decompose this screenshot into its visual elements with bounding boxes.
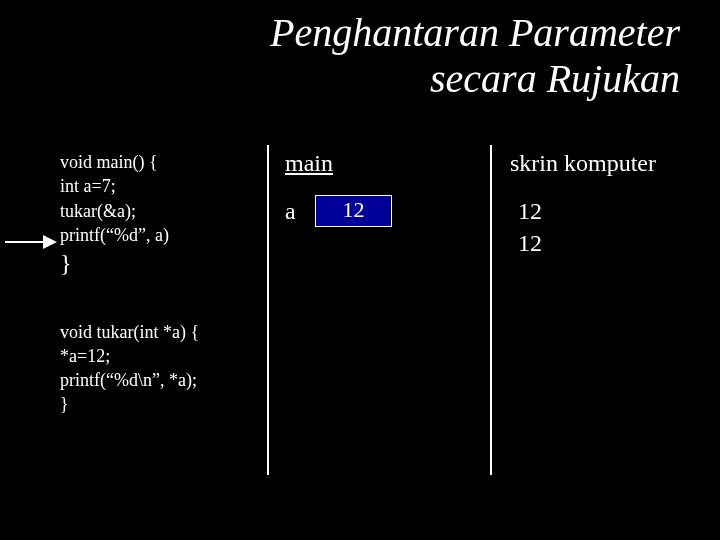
code-fn2: void tukar(int *a) { *a=12; printf(“%d\n… [60,320,260,417]
output-header: skrin komputer [510,150,700,177]
variable-label: a [285,198,305,225]
column-divider-2 [490,145,492,475]
output-column: skrin komputer 12 12 [510,150,700,260]
title-line-2: secara Rujukan [430,56,680,101]
memory-column: main a 12 [285,150,475,227]
output-lines: 12 12 [510,195,700,260]
output-line-2: 12 [518,227,700,259]
variable-value-box: 12 [315,195,392,227]
code-column: void main() { int a=7; tukar(&a); printf… [60,150,260,417]
column-divider-1 [267,145,269,475]
slide: Penghantaran Parameter secara Rujukan vo… [0,0,720,540]
code-fn1-l4: printf(“%d”, a) [60,223,260,247]
code-fn1-l2: int a=7; [60,174,260,198]
code-fn1-l3: tukar(&a); [60,199,260,223]
code-fn2-l3: printf(“%d\n”, *a); [60,368,260,392]
output-line-1: 12 [518,195,700,227]
code-fn1-l5: } [60,247,260,279]
title-line-1: Penghantaran Parameter [270,10,680,55]
code-fn2-l1: void tukar(int *a) { [60,320,260,344]
code-fn2-l2: *a=12; [60,344,260,368]
variable-row: a 12 [285,195,475,227]
slide-title: Penghantaran Parameter secara Rujukan [180,10,680,102]
memory-header: main [285,150,475,177]
code-fn1-l1: void main() { [60,150,260,174]
current-line-arrow-icon [5,232,60,252]
code-fn2-l4: } [60,392,260,416]
